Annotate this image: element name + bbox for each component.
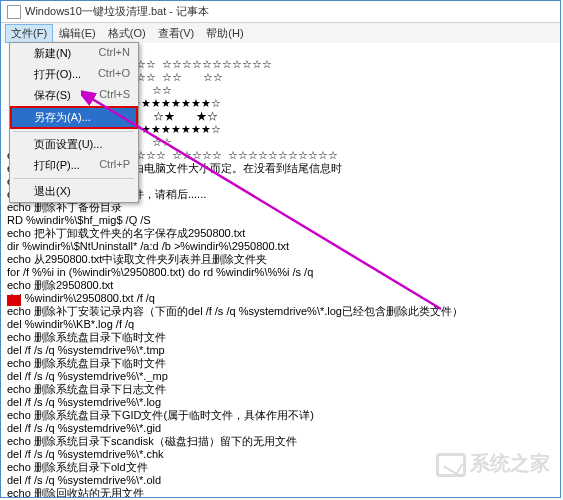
content-line: echo 删除补丁安装记录内容（下面的del /f /s /q %systemd… (7, 305, 554, 318)
notepad-window: Windows10一键垃圾清理.bat - 记事本 文件(F) 编辑(E) 格式… (0, 0, 561, 498)
menubar: 文件(F) 编辑(E) 格式(O) 查看(V) 帮助(H) (1, 23, 560, 43)
menu-new-label: 新建(N) (34, 46, 71, 61)
content-line: for /f %%i in (%windir%\2950800.txt) do … (7, 266, 554, 279)
content-line: echo 删除系统盘目录下日志文件 (7, 383, 554, 396)
content-line: del %windir%\2950800.txt /f /q (7, 292, 554, 305)
content-line: del /f /s /q %systemdrive%\*.gid (7, 422, 554, 435)
menu-save[interactable]: 保存(S)Ctrl+S (10, 85, 138, 106)
red-annotation-mark (7, 295, 21, 306)
menu-page-setup-label: 页面设置(U)... (34, 137, 102, 152)
menu-new-shortcut: Ctrl+N (99, 46, 130, 61)
watermark-icon (436, 453, 466, 477)
menu-print-label: 打印(P)... (34, 158, 80, 173)
content-line: echo 删除系统盘目录下GID文件(属于临时文件，具体作用不详) (7, 409, 554, 422)
menu-view[interactable]: 查看(V) (152, 24, 201, 43)
window-title: Windows10一键垃圾清理.bat - 记事本 (25, 4, 209, 19)
menu-page-setup[interactable]: 页面设置(U)... (10, 134, 138, 155)
menu-open-label: 打开(O)... (34, 67, 81, 82)
menu-save-as[interactable]: 另存为(A)... (10, 106, 138, 129)
titlebar: Windows10一键垃圾清理.bat - 记事本 (1, 1, 560, 23)
content-line: echo 删除回收站的无用文件 (7, 487, 554, 497)
menu-print-shortcut: Ctrl+P (99, 158, 130, 173)
content-line: del /f /s /q %systemdrive%\*.log (7, 396, 554, 409)
menu-separator (14, 131, 134, 132)
menu-print[interactable]: 打印(P)...Ctrl+P (10, 155, 138, 176)
menu-open[interactable]: 打开(O)...Ctrl+O (10, 64, 138, 85)
app-icon (7, 5, 21, 19)
menu-file[interactable]: 文件(F) (5, 24, 53, 43)
menu-separator (14, 178, 134, 179)
content-line: echo 删除2950800.txt (7, 279, 554, 292)
menu-open-shortcut: Ctrl+O (98, 67, 130, 82)
menu-exit[interactable]: 退出(X) (10, 181, 138, 202)
menu-help[interactable]: 帮助(H) (200, 24, 249, 43)
content-line: del /f /s /q %systemdrive%\*._mp (7, 370, 554, 383)
menu-edit[interactable]: 编辑(E) (53, 24, 102, 43)
menu-exit-label: 退出(X) (34, 184, 71, 199)
menu-save-shortcut: Ctrl+S (99, 88, 130, 103)
content-line: del %windir%\KB*.log /f /q (7, 318, 554, 331)
content-line: echo 把补丁卸载文件夹的名字保存成2950800.txt (7, 227, 554, 240)
content-line: del /f /s /q %systemdrive%\*.tmp (7, 344, 554, 357)
file-menu-dropdown: 新建(N)Ctrl+N 打开(O)...Ctrl+O 保存(S)Ctrl+S 另… (9, 42, 139, 203)
watermark: 系统之家 (436, 450, 550, 477)
content-line: echo 从2950800.txt中读取文件夹列表并且删除文件夹 (7, 253, 554, 266)
menu-save-as-label: 另存为(A)... (34, 110, 91, 125)
content-line: dir %windir%\$NtUninstall* /a:d /b >%win… (7, 240, 554, 253)
content-line: echo 删除系统目录下scandisk（磁盘扫描）留下的无用文件 (7, 435, 554, 448)
menu-new[interactable]: 新建(N)Ctrl+N (10, 43, 138, 64)
content-line: RD %windir%\$hf_mig$ /Q /S (7, 214, 554, 227)
menu-format[interactable]: 格式(O) (102, 24, 152, 43)
menu-save-label: 保存(S) (34, 88, 71, 103)
content-line: echo 删除系统盘目录下临时文件 (7, 357, 554, 370)
watermark-text: 系统之家 (470, 452, 550, 474)
content-line: echo 删除系统盘目录下临时文件 (7, 331, 554, 344)
